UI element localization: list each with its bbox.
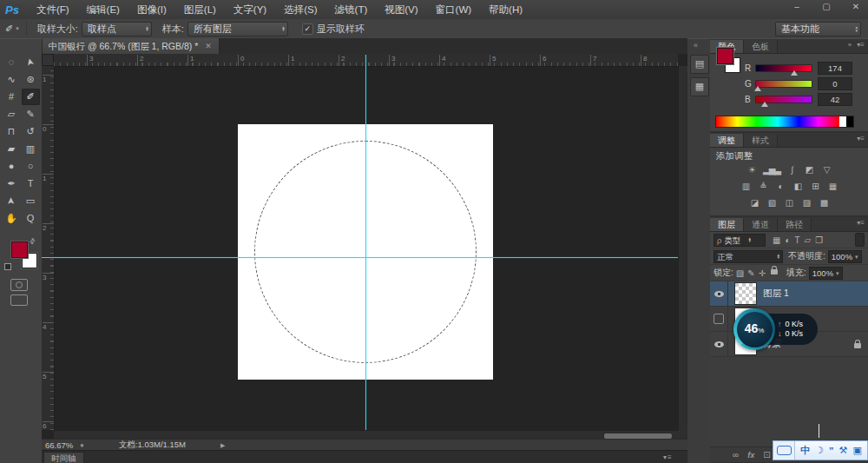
lock-position-icon[interactable]: ✛ <box>759 268 766 278</box>
swap-colors-icon[interactable]: ⇄ <box>28 236 37 246</box>
close-button[interactable]: ✕ <box>847 2 865 11</box>
path-selection-tool[interactable]: ➤ <box>3 193 21 209</box>
channel-slider-thumb[interactable] <box>761 102 768 107</box>
zoom-tool[interactable]: Q <box>22 210 40 227</box>
layers-panel-menu-icon[interactable]: ▾≡ <box>857 219 865 227</box>
channel-value-B[interactable]: 42 <box>818 93 852 106</box>
color-balance-icon[interactable]: ≜ <box>757 181 769 193</box>
photo-filter-icon[interactable]: ◧ <box>792 181 804 193</box>
layer-filter-type-dropdown[interactable]: ρ 类型 ▴▾ <box>713 234 766 247</box>
menu-item-5[interactable]: 文字(Y) <box>225 0 275 19</box>
menu-item-7[interactable]: 滤镜(T) <box>326 0 377 19</box>
ime-chinese-mode[interactable]: 中 <box>800 444 810 457</box>
tab-调整[interactable]: 调整 <box>710 134 744 147</box>
layer-row-1[interactable]: 图层 1 <box>710 281 868 307</box>
filter-adjustment-layers-icon[interactable]: ◐ <box>785 235 790 245</box>
history-panel-button[interactable]: ▤ <box>690 55 709 74</box>
color-spectrum-ramp[interactable] <box>715 116 854 128</box>
document-tab[interactable]: 中国银行 @ 66.7% (图层 1, RGB/8) * ✕ <box>42 38 220 54</box>
layer-visibility-cell[interactable] <box>710 332 728 356</box>
exposure-icon[interactable]: ◩ <box>803 164 815 176</box>
default-colors-icon[interactable] <box>4 263 11 270</box>
rectangular-marquee-tool[interactable]: ◌ <box>3 54 21 70</box>
tab-路径[interactable]: 路径 <box>778 218 812 231</box>
hand-tool[interactable]: ✋ <box>3 210 21 227</box>
vibrance-icon[interactable]: ▽ <box>820 164 832 176</box>
sample-size-dropdown[interactable]: 取样点 ▴▾ <box>82 22 152 36</box>
black-white-icon[interactable]: ◐ <box>774 181 786 193</box>
add-layer-mask-button[interactable]: ⊡ <box>763 450 770 460</box>
pen-tool[interactable]: ✒ <box>3 175 21 192</box>
zoom-level-field[interactable]: 66.67% <box>45 440 80 450</box>
ime-punctuation-icon[interactable]: ” <box>829 446 834 456</box>
ruler-origin-corner[interactable] <box>42 54 54 66</box>
gradient-map-icon[interactable]: ▩ <box>818 197 830 209</box>
invert-icon[interactable]: ◪ <box>748 197 760 209</box>
sample-dropdown[interactable]: 所有图层 ▴▾ <box>187 22 288 36</box>
ime-logo-button[interactable] <box>773 441 795 460</box>
channel-slider-B[interactable] <box>755 96 812 103</box>
layer-visibility-cell[interactable] <box>710 307 728 331</box>
layer-thumbnail[interactable] <box>734 282 757 305</box>
blend-mode-dropdown[interactable]: 正常 ▴▾ <box>713 250 783 263</box>
spot-healing-brush-tool[interactable]: ▱ <box>3 106 21 122</box>
menu-item-2[interactable]: 编辑(E) <box>78 0 128 19</box>
show-ring-checkbox[interactable]: ✓ <box>302 23 313 35</box>
screen-mode-button[interactable] <box>10 294 28 306</box>
threshold-icon[interactable]: ◫ <box>783 197 795 209</box>
layer-style-button[interactable]: fx <box>747 451 754 460</box>
workspace-switcher[interactable]: 基本功能 ▴▾ <box>775 22 861 36</box>
channel-slider-G[interactable] <box>755 80 812 88</box>
channel-slider-R[interactable] <box>755 64 812 72</box>
crop-tool[interactable]: # <box>3 89 21 105</box>
channel-value-G[interactable]: 0 <box>818 77 852 90</box>
filter-type-layers-icon[interactable]: T <box>795 235 800 245</box>
posterize-icon[interactable]: ▧ <box>766 197 778 209</box>
channel-slider-thumb[interactable] <box>791 70 798 76</box>
quick-mask-button[interactable] <box>10 279 28 291</box>
move-tool[interactable]: ➤ <box>22 54 40 70</box>
ime-settings-icon[interactable]: ⚒ <box>839 445 848 456</box>
dodge-tool[interactable]: ○ <box>22 158 40 175</box>
hue-saturation-icon[interactable]: ▥ <box>740 181 752 193</box>
timeline-panel-menu-icon[interactable]: ▾≡ <box>663 453 673 461</box>
filter-pixel-layers-icon[interactable]: ▦ <box>773 235 780 245</box>
adjustments-panel-menu-icon[interactable]: ▾≡ <box>857 135 865 142</box>
selective-color-icon[interactable]: ▨ <box>800 197 812 209</box>
menu-item-8[interactable]: 视图(V) <box>376 0 426 19</box>
tab-色板[interactable]: 色板 <box>744 40 778 53</box>
panel-foreground-swatch[interactable] <box>717 48 733 64</box>
quick-selection-tool[interactable]: ⊛ <box>22 71 40 88</box>
tool-preset-picker[interactable]: ✐ ▾ <box>0 22 27 36</box>
blur-tool[interactable]: ● <box>3 158 21 175</box>
lock-transparent-pixels-icon[interactable]: ▨ <box>736 268 744 278</box>
foreground-color-swatch[interactable] <box>11 241 28 258</box>
netspeed-badge[interactable]: 46 % <box>733 308 775 350</box>
channel-value-R[interactable]: 174 <box>818 62 852 75</box>
menu-item-9[interactable]: 窗口(W) <box>427 0 481 19</box>
menu-item-1[interactable]: 文件(F) <box>28 0 78 19</box>
opacity-field[interactable]: 100% ▾ <box>828 250 862 263</box>
tab-通道[interactable]: 通道 <box>744 218 778 231</box>
curves-icon[interactable]: ∫ <box>786 164 798 176</box>
levels-icon[interactable]: ▂▅▃ <box>763 164 780 176</box>
actions-panel-button[interactable]: ▦ <box>690 77 709 96</box>
color-lookup-icon[interactable]: ▦ <box>826 181 838 193</box>
lock-image-pixels-icon[interactable]: ✎ <box>747 268 754 278</box>
history-brush-tool[interactable]: ↺ <box>22 123 40 140</box>
fill-field[interactable]: 100% ▾ <box>809 267 843 280</box>
eraser-tool[interactable]: ▰ <box>3 141 21 157</box>
rectangle-tool[interactable]: ▭ <box>22 193 40 209</box>
ime-fullwidth-icon[interactable]: ☽ <box>815 445 824 456</box>
minimize-button[interactable]: – <box>788 2 806 11</box>
expand-dock-icon[interactable]: « <box>694 41 697 50</box>
channel-mixer-icon[interactable]: ⊞ <box>809 181 821 193</box>
menu-item-4[interactable]: 图层(L) <box>175 0 225 19</box>
channel-slider-thumb[interactable] <box>754 86 761 91</box>
tab-样式[interactable]: 样式 <box>744 134 778 147</box>
lasso-tool[interactable]: ∿ <box>3 71 21 88</box>
lock-all-icon[interactable] <box>771 269 778 274</box>
brightness-contrast-icon[interactable]: ☀ <box>746 164 758 176</box>
brush-tool[interactable]: ✎ <box>22 106 40 122</box>
close-tab-icon[interactable]: ✕ <box>205 38 212 54</box>
